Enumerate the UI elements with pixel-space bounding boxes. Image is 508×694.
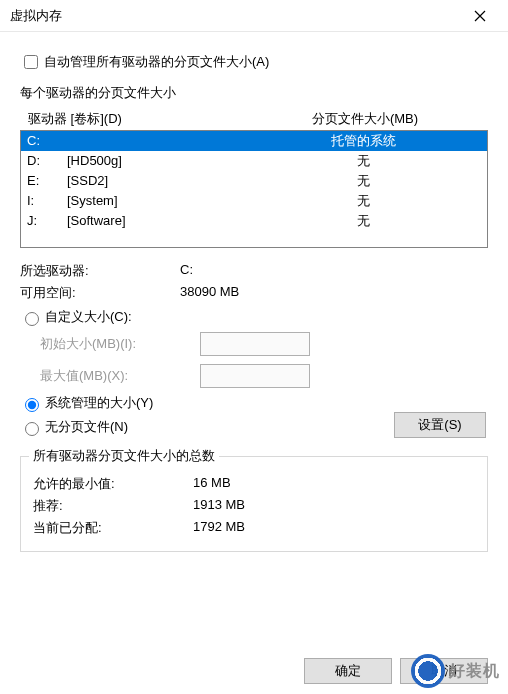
drive-row[interactable]: I:[System]无 xyxy=(21,191,487,211)
per-drive-label: 每个驱动器的分页文件大小 xyxy=(20,84,488,102)
totals-legend: 所有驱动器分页文件大小的总数 xyxy=(29,447,219,465)
radio-custom[interactable]: 自定义大小(C): xyxy=(20,308,488,326)
drive-row[interactable]: J:[Software]无 xyxy=(21,211,487,231)
drive-list[interactable]: C:托管的系统D:[HD500g]无E:[SSD2]无I:[System]无J:… xyxy=(20,130,488,248)
close-button[interactable] xyxy=(460,1,500,31)
auto-manage-label: 自动管理所有驱动器的分页文件大小(A) xyxy=(44,53,269,71)
drive-row[interactable]: E:[SSD2]无 xyxy=(21,171,487,191)
radio-none-input[interactable] xyxy=(25,422,39,436)
free-space-label: 可用空间: xyxy=(20,284,180,302)
drive-letter: C: xyxy=(27,132,67,150)
rec-row: 推荐: 1913 MB xyxy=(33,497,475,515)
max-size-label: 最大值(MB)(X): xyxy=(40,367,200,385)
watermark-text: 好装机 xyxy=(449,661,500,682)
auto-manage-checkbox[interactable]: 自动管理所有驱动器的分页文件大小(A) xyxy=(20,52,488,72)
selected-drive-value: C: xyxy=(180,262,488,280)
close-icon xyxy=(474,10,486,22)
auto-manage-input[interactable] xyxy=(24,55,38,69)
radio-none-label: 无分页文件(N) xyxy=(45,418,128,436)
titlebar: 虚拟内存 xyxy=(0,0,508,32)
drive-letter: E: xyxy=(27,172,67,190)
drive-row[interactable]: C:托管的系统 xyxy=(21,131,487,151)
drive-volume-label: [System] xyxy=(67,192,245,210)
free-space-value: 38090 MB xyxy=(180,284,488,302)
drive-pagefile-size: 无 xyxy=(245,212,481,230)
drive-letter: J: xyxy=(27,212,67,230)
drive-pagefile-size: 无 xyxy=(245,172,481,190)
radio-system-label: 系统管理的大小(Y) xyxy=(45,394,153,412)
ok-button[interactable]: 确定 xyxy=(304,658,392,684)
set-button[interactable]: 设置(S) xyxy=(394,412,486,438)
watermark: 好装机 xyxy=(411,654,500,688)
window-title: 虚拟内存 xyxy=(10,7,460,25)
initial-size-input[interactable] xyxy=(200,332,310,356)
cur-label: 当前已分配: xyxy=(33,519,193,537)
min-row: 允许的最小值: 16 MB xyxy=(33,475,475,493)
min-label: 允许的最小值: xyxy=(33,475,193,493)
drive-volume-label: [Software] xyxy=(67,212,245,230)
selected-drive-row: 所选驱动器: C: xyxy=(20,262,488,280)
selected-drive-label: 所选驱动器: xyxy=(20,262,180,280)
header-drive: 驱动器 [卷标](D) xyxy=(28,110,248,128)
drive-pagefile-size: 托管的系统 xyxy=(245,132,481,150)
totals-groupbox: 所有驱动器分页文件大小的总数 允许的最小值: 16 MB 推荐: 1913 MB… xyxy=(20,456,488,552)
rec-label: 推荐: xyxy=(33,497,193,515)
drive-volume-label xyxy=(67,132,245,150)
radio-system-input[interactable] xyxy=(25,398,39,412)
initial-size-label: 初始大小(MB)(I): xyxy=(40,335,200,353)
header-size: 分页文件大小(MB) xyxy=(248,110,482,128)
custom-size-grid: 初始大小(MB)(I): 最大值(MB)(X): xyxy=(40,332,488,388)
rec-value: 1913 MB xyxy=(193,497,475,515)
drive-list-header: 驱动器 [卷标](D) 分页文件大小(MB) xyxy=(20,108,488,130)
drive-row[interactable]: D:[HD500g]无 xyxy=(21,151,487,171)
cur-row: 当前已分配: 1792 MB xyxy=(33,519,475,537)
drive-pagefile-size: 无 xyxy=(245,152,481,170)
radio-system[interactable]: 系统管理的大小(Y) xyxy=(20,394,488,412)
radio-custom-input[interactable] xyxy=(25,312,39,326)
drive-volume-label: [HD500g] xyxy=(67,152,245,170)
drive-letter: D: xyxy=(27,152,67,170)
radio-custom-label: 自定义大小(C): xyxy=(45,308,132,326)
cur-value: 1792 MB xyxy=(193,519,475,537)
dialog-content: 自动管理所有驱动器的分页文件大小(A) 每个驱动器的分页文件大小 驱动器 [卷标… xyxy=(0,32,508,562)
max-size-input[interactable] xyxy=(200,364,310,388)
min-value: 16 MB xyxy=(193,475,475,493)
watermark-icon xyxy=(411,654,445,688)
drive-pagefile-size: 无 xyxy=(245,192,481,210)
free-space-row: 可用空间: 38090 MB xyxy=(20,284,488,302)
drive-letter: I: xyxy=(27,192,67,210)
drive-volume-label: [SSD2] xyxy=(67,172,245,190)
